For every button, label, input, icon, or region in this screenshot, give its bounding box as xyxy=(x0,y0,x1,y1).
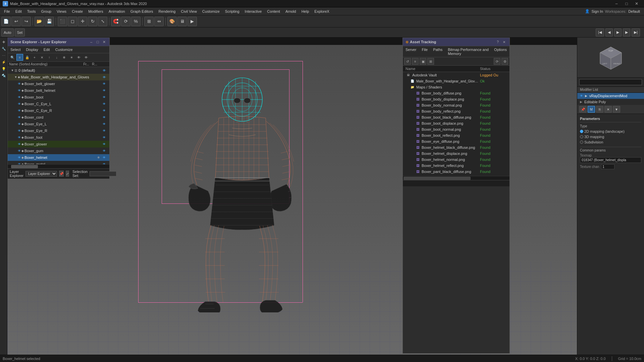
at-help-button[interactable]: ? xyxy=(495,39,500,45)
radio-subdivision[interactable]: Subdivision xyxy=(580,140,603,144)
se-eye-eye-l[interactable]: 👁 xyxy=(18,122,21,126)
vray-eye-icon[interactable]: 👁 xyxy=(580,94,583,98)
se-menu-customize[interactable]: Customize xyxy=(53,47,75,52)
at-item-max-file[interactable]: 📄 Male_Boxer_with_Headgear_and_Gloves_ma… xyxy=(403,78,509,84)
mod-collapse-button[interactable]: ▼ xyxy=(613,106,620,113)
asset-tracking-tree[interactable]: 🏛 Autodesk Vault Logged Ou 📄 Male_Boxer_… xyxy=(403,72,509,176)
se-bottom-select[interactable]: Layer Explorer xyxy=(25,171,57,177)
at-preview-button[interactable]: ▣ xyxy=(420,58,426,65)
at-refresh-button[interactable]: ↺ xyxy=(404,58,411,65)
se-item-boot[interactable]: 👁 ◆ Boxer_boot 👁 xyxy=(8,94,109,101)
at-item-boot-reflect[interactable]: 🖼 Boxer_boot_reflect.png Found xyxy=(403,132,509,138)
se-eye-ceye-r[interactable]: 👁 xyxy=(18,109,21,112)
se-eye-helmet[interactable]: 👁 xyxy=(18,156,21,159)
at-item-helmet-normal[interactable]: 🖼 Boxer_helmet_normal.png Found xyxy=(403,157,509,163)
next-button[interactable]: ▶ xyxy=(623,28,630,37)
maximize-button[interactable]: □ xyxy=(622,0,631,7)
at-menu-paths[interactable]: Paths xyxy=(430,47,445,56)
texchan-input[interactable] xyxy=(601,164,614,169)
se-item-male-boxer[interactable]: ▼ ◆ Male_Boxer_with_Headgear_and_Gloves … xyxy=(8,74,109,80)
hierarchy-icon[interactable]: ⋯ xyxy=(1,52,7,58)
at-item-vault[interactable]: 🏛 Autodesk Vault Logged Ou xyxy=(403,72,509,78)
radio-2d-mapping[interactable]: 2D mapping (landscape) xyxy=(580,129,625,133)
at-item-pant-black-diffuse[interactable]: 🖼 Boxer_pant_black_diffuse.png Found xyxy=(403,169,509,175)
se-menu-select[interactable]: Select xyxy=(8,47,23,52)
at-list-button[interactable]: ≡ xyxy=(412,58,419,65)
select-region-button[interactable]: ◻ xyxy=(68,17,77,26)
menu-content[interactable]: Content xyxy=(264,7,283,15)
play-button[interactable]: ▶ xyxy=(614,28,622,37)
menu-create[interactable]: Create xyxy=(69,7,86,15)
render-button[interactable]: ▶ xyxy=(187,17,197,26)
snap-button[interactable]: 🧲 xyxy=(111,17,120,26)
se-eye-eye-r[interactable]: 👁 xyxy=(18,129,21,132)
menu-explorex[interactable]: ExploreX xyxy=(312,7,332,15)
at-menu-server[interactable]: Server xyxy=(403,47,419,56)
at-item-boot-displace[interactable]: 🖼 Boxer_boot_displace.png Found xyxy=(403,120,509,126)
se-item-helmet[interactable]: 👁 ◆ Boxer_helmet ❄ 👁 xyxy=(8,154,109,161)
modifier-item-vray[interactable]: 👁 ▶ vRayDisplacementMod xyxy=(577,93,644,99)
at-settings-button[interactable]: ⚙ xyxy=(501,58,508,65)
radio-3d-mapping[interactable]: 3D mapping xyxy=(580,135,604,139)
menu-modifiers[interactable]: Modifiers xyxy=(86,7,106,15)
at-item-body-displace[interactable]: 🖼 Boxer_body_displace.png Found xyxy=(403,96,509,102)
scene-explorer-hscroll[interactable] xyxy=(8,164,109,168)
at-item-maps-shaders[interactable]: 📁 Maps / Shaders xyxy=(403,84,509,90)
se-item-eye-r[interactable]: 👁 ◆ Boxer_Eye_R 👁 xyxy=(8,127,109,134)
se-unfreeze-button[interactable]: ☀ xyxy=(68,54,75,61)
mod-pin-button[interactable]: 📌 xyxy=(579,106,587,113)
se-layer-button[interactable]: ≡ xyxy=(16,54,23,61)
scene-explorer-close-button[interactable]: ✕ xyxy=(101,39,107,45)
se-eye-gum[interactable]: 👁 xyxy=(18,149,21,153)
se-bottom-float-button[interactable]: ⤢ xyxy=(66,171,69,177)
workspace-value[interactable]: Default xyxy=(628,9,640,13)
auto-key-button[interactable]: Auto xyxy=(1,28,14,37)
se-eye-0[interactable]: 👁 xyxy=(103,69,108,72)
at-item-body-reflect[interactable]: 🖼 Boxer_body_reflect.png Found xyxy=(403,108,509,114)
modify-icon[interactable]: 🔧 xyxy=(1,46,7,52)
se-eye-foot[interactable]: 👁 xyxy=(18,136,21,139)
se-menu-display[interactable]: Display xyxy=(23,47,41,52)
texmap-value[interactable]: 018347 (Boxer_helmet_displa xyxy=(580,157,641,163)
se-bottom-pin-button[interactable]: 📌 xyxy=(59,171,64,177)
at-item-helmet-black-diffuse[interactable]: 🖼 Boxer_helmet_black_diffuse.png Found xyxy=(403,144,509,150)
asset-tracking-search-input[interactable] xyxy=(403,180,509,186)
mod-delete-button[interactable]: ✕ xyxy=(604,106,612,113)
se-add-layer-button[interactable]: + xyxy=(31,54,38,61)
se-item-eye-l[interactable]: 👁 ◆ Boxer_Eye_L 👁 xyxy=(8,121,109,127)
se-item-foot[interactable]: 👁 ◆ Boxer_foot 👁 xyxy=(8,134,109,141)
new-button[interactable]: 📄 xyxy=(1,17,11,26)
scene-explorer-restore-button[interactable]: □ xyxy=(95,39,100,45)
percent-snap-button[interactable]: % xyxy=(131,17,141,26)
se-item-cord[interactable]: 👁 ◆ Boxer_cord 👁 xyxy=(8,114,109,121)
se-item-ceye-l[interactable]: 👁 ◆ Boxer_C_Eye_L 👁 xyxy=(8,101,109,107)
se-item-ceye-r[interactable]: 👁 ◆ Boxer_C_Eye_R 👁 xyxy=(8,107,109,114)
menu-file[interactable]: File xyxy=(1,7,13,15)
modifier-object-name-input[interactable]: Boxer_helmet xyxy=(579,79,642,85)
se-expand-0[interactable]: ▼ xyxy=(10,69,14,72)
at-item-eye-diffuse[interactable]: 🖼 Boxer_eye_diffuse.png Found xyxy=(403,138,509,144)
se-eye-ceye-l[interactable]: 👁 xyxy=(18,102,21,106)
at-reload-button[interactable]: ⟳ xyxy=(494,58,500,65)
move-button[interactable]: ✛ xyxy=(78,17,87,26)
menu-views[interactable]: Views xyxy=(54,7,69,15)
open-button[interactable]: 📂 xyxy=(35,17,44,26)
se-selection-set-input[interactable] xyxy=(90,171,116,176)
at-hscroll-thumb[interactable] xyxy=(404,177,471,180)
se-eye-mboxer[interactable]: 👁 xyxy=(103,75,108,79)
vray-triangle-icon[interactable]: ▶ xyxy=(585,94,587,98)
se-eye-cord[interactable]: 👁 xyxy=(18,116,21,119)
scale-button[interactable]: ⤡ xyxy=(98,17,107,26)
at-hscroll[interactable] xyxy=(403,176,509,180)
save-button[interactable]: 💾 xyxy=(45,17,54,26)
se-eye-belt-glower[interactable]: 👁 xyxy=(18,82,21,85)
se-expand-1[interactable]: ▼ xyxy=(14,75,18,79)
material-editor-button[interactable]: 🎨 xyxy=(167,17,177,26)
render-setup-button[interactable]: 🖥 xyxy=(177,17,187,26)
menu-arnold[interactable]: Arnold xyxy=(283,7,299,15)
at-item-body-normal[interactable]: 🖼 Boxer_body_normal.png Found xyxy=(403,102,509,108)
at-menu-options[interactable]: Options xyxy=(491,47,509,56)
se-move-down-button[interactable]: ↓ xyxy=(53,54,60,61)
se-item-gum[interactable]: 👁 ◆ Boxer_gum 👁 xyxy=(8,147,109,154)
se-item-metal[interactable]: 👁 ◆ Boxer_metal 👁 xyxy=(8,161,109,164)
